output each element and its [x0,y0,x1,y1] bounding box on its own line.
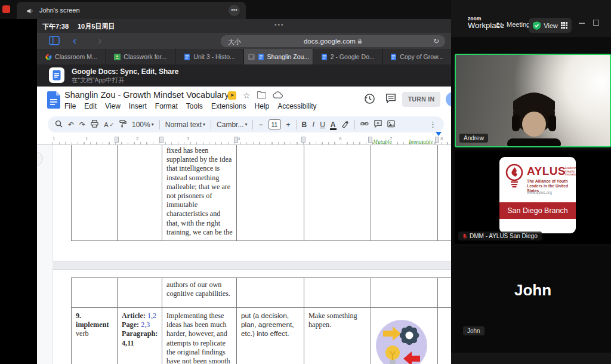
table-cell-image[interactable] [375,319,428,364]
column-marker[interactable] [368,137,372,143]
menu-edit[interactable]: Edit [84,102,97,110]
print-icon[interactable] [91,120,98,129]
version-history-icon[interactable] [364,93,375,107]
zoom-select[interactable]: 100%▾ [132,121,154,129]
menu-tools[interactable]: Tools [186,102,203,110]
insert-link-icon[interactable] [360,120,369,129]
menu-accessibility[interactable]: Accessibility [277,102,316,110]
menu-file[interactable]: File [64,102,76,110]
annotation-word: Mutable [373,139,392,145]
close-icon[interactable]: ✕ [248,54,255,60]
document-page-2[interactable]: authors of our own cognitive capabilitie… [53,270,451,364]
aylus-tagline: Leadership Integrity Innovation [565,166,576,177]
aylus-website: www.aylus.org [527,190,552,195]
star-icon[interactable]: ☆ [243,91,251,100]
toolbar-more-button[interactable]: ⋮ [429,120,437,129]
aylus-bulb-icon [504,163,526,193]
column-marker[interactable] [115,137,119,143]
forward-button[interactable]: › [98,35,101,45]
browser-tab-classwork[interactable]: Classwork for... [106,49,175,64]
increase-font-button[interactable]: + [286,121,291,129]
comments-icon[interactable] [385,93,396,106]
shared-screen-tab[interactable]: John's screen ••• [17,2,246,19]
aylus-branch-banner: San Diego Branch [499,202,576,219]
menu-view[interactable]: View [105,102,121,110]
table-cell-context-continued[interactable]: fixed has been supplanted by the idea th… [166,146,234,237]
insert-image-icon[interactable] [387,120,395,129]
banner-subtitle: 在“文档”App中打开 [72,76,125,85]
multitask-dots[interactable]: ••• [274,21,285,28]
add-comment-icon[interactable] [374,120,382,129]
maximize-button[interactable] [593,20,599,26]
underline-button[interactable]: U [320,121,325,129]
video-tile-john[interactable]: John John [455,246,611,351]
minimize-button[interactable] [579,23,585,24]
url-bar[interactable]: 大小 docs.google.com ↻ [221,35,445,47]
table-cell-location[interactable]: Article: 1,2 Page: 2,3 Paragraph: 4,11 [122,311,159,348]
font-select[interactable]: Cambr...▾ [217,121,247,129]
annotation-word: Immutable [409,139,433,145]
table-cell-context-tail[interactable]: authors of our own cognitive capabilitie… [166,280,234,298]
document-title[interactable]: Shanglin Zou - Growth Mindset Vocabulary [64,90,229,100]
view-button[interactable]: View [529,18,572,33]
document-canvas[interactable]: fixed has been supplanted by the idea th… [37,145,451,364]
menu-extensions[interactable]: Extensions [211,102,246,110]
reload-button[interactable]: ↻ [433,37,439,45]
video-tile-andrew[interactable]: Andrew [455,54,611,147]
spell-check-icon[interactable]: A✓ [104,121,114,128]
browser-tab-copy-of[interactable]: Copy of Grow... [382,49,451,64]
video-tile-aylus[interactable]: AYLUS Leadership Integrity Innovation Th… [455,150,611,244]
back-button[interactable]: ‹ [73,35,76,45]
menu-help[interactable]: Help [255,102,270,110]
docs-icon [258,54,264,60]
docs-header: Shanglin Zou - Growth Mindset Vocabulary… [37,87,451,115]
aylus-brand: AYLUS [527,165,566,178]
sidebar-icon[interactable] [49,36,60,48]
move-folder-icon[interactable] [257,90,266,101]
column-marker[interactable] [159,137,163,143]
font-size-input[interactable]: 11 [269,119,281,129]
text-color-button[interactable]: A [331,121,336,129]
browser-tab-2-google[interactable]: 2 - Google Do... [313,49,382,64]
column-marker[interactable] [234,137,238,143]
column-marker[interactable] [301,137,306,143]
browser-tab-unit3[interactable]: Unit 3 - Histo... [175,49,245,64]
ruler[interactable]: 1 1 2 3 4 6 7 8 Mutable Immutable [37,135,451,145]
indent-marker[interactable] [436,136,442,147]
smart-app-banner[interactable]: Google Docs: Sync, Edit, Share 在“文档”App中… [37,64,451,87]
participant-name-label: John [463,326,485,335]
table-cell-word[interactable]: 9. implement verb [76,311,114,339]
shared-screen-tab-label: John's screen [39,7,80,14]
italic-button[interactable]: I [312,120,314,129]
document-page-1[interactable]: fixed has been supplanted by the idea th… [53,145,451,261]
turn-in-button[interactable]: TURN IN [402,92,440,107]
browser-tab-bar: Classroom M... Classwork for... Unit 3 -… [37,49,451,64]
undo-button[interactable]: ↶ [68,121,74,129]
participant-silhouette [456,55,611,146]
paragraph-style-select[interactable]: Normal text▾ [165,121,205,129]
redo-button[interactable]: ↷ [79,121,85,129]
account-avatar[interactable]: • [446,92,451,107]
highlight-color-icon[interactable] [341,120,349,129]
menu-insert[interactable]: Insert [129,102,147,110]
grid-view-icon [561,22,567,29]
bold-button[interactable]: B [302,121,307,129]
table-cell-own-definition[interactable]: Make something happen. [308,311,367,329]
aylus-logo-card: AYLUS Leadership Integrity Innovation Th… [499,157,576,233]
decrease-font-button[interactable]: − [258,121,263,129]
page-break-gap [53,261,451,270]
tab-more-button[interactable]: ••• [229,5,240,16]
docs-menu-bar: File Edit View Insert Format Tools Exten… [64,102,317,110]
paint-format-icon[interactable] [119,120,126,129]
table-cell-context[interactable]: Implementing these ideas has been much h… [166,311,234,364]
side-panel-nub[interactable] [37,152,43,166]
participant-display-name: John [455,281,611,300]
browser-tab-shanglin-active[interactable]: ✕ Shanglin Zou... [244,49,313,64]
browser-toolbar: ‹ › 大小 docs.google.com ↻ [37,33,451,49]
browser-tab-classroom[interactable]: Classroom M... [37,49,106,64]
zoom-header: zoom Workplace Meeting - View [451,0,611,37]
table-cell-definition[interactable]: put (a decision, plan, agreement, etc.) … [241,311,301,339]
menu-format[interactable]: Format [155,102,178,110]
cloud-status-icon[interactable] [273,90,283,101]
search-icon[interactable] [55,120,63,129]
